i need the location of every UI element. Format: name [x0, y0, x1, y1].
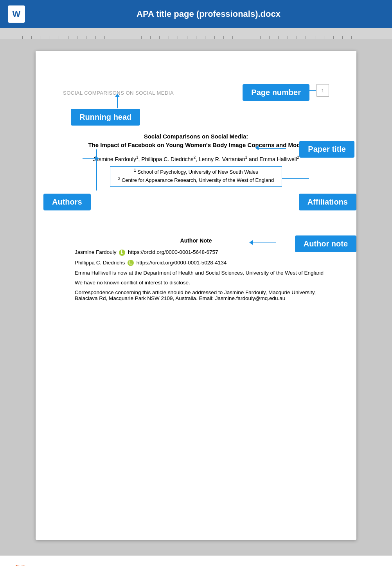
- paper-title-wrapper: Paper title Social Comparisons on Social…: [59, 133, 333, 148]
- page-number-value: 1: [316, 84, 329, 97]
- page-number-connector-line: [294, 90, 316, 91]
- author-note-label-container: Author note: [295, 235, 356, 252]
- author-note-title: Author Note: [59, 237, 333, 244]
- main-area: SOCIAL COMPARISONS ON SOCIAL MEDIA Runni…: [0, 39, 392, 555]
- arrow-running-head-tip: [115, 93, 120, 97]
- author-note-line-5: Correspondence concerning this article s…: [59, 289, 333, 301]
- author-note-line-2: Phillippa C. Diedrichs https://orcid.org…: [59, 260, 333, 266]
- author-note-line-4: We have no known conflict of interest to…: [59, 280, 333, 286]
- affiliations-label-box: Affiliations: [299, 194, 356, 210]
- running-head-label-box: Running head: [71, 109, 140, 126]
- document-page: SOCIAL COMPARISONS ON SOCIAL MEDIA Runni…: [36, 51, 356, 540]
- authors-section: Jasmine Fardouly1, Phillippa C. Diedrich…: [59, 155, 333, 162]
- ruler: [0, 28, 392, 39]
- paper-title-arrow-line: [259, 148, 286, 149]
- authors-arrow-line: [83, 158, 96, 159]
- bottom-bar: Scribbr: [0, 555, 392, 566]
- author-note-arrow-line: [253, 243, 276, 243]
- paper-title-arrow-tip: [255, 146, 259, 150]
- author-note-line-3: Emma Halliwell is now at the Department …: [59, 270, 333, 276]
- affiliations-section: 1 School of Psychology, University of Ne…: [59, 166, 333, 187]
- page-number-box: Page number: [243, 84, 309, 101]
- authors-text: Jasmine Fardouly1, Phillippa C. Diedrich…: [93, 156, 299, 162]
- orcid-icon-2: [128, 260, 134, 266]
- label-row: Authors Affiliations: [59, 190, 333, 226]
- running-head-label: Running head: [71, 109, 140, 126]
- affiliations-label-container: Affiliations: [299, 194, 356, 210]
- document-title: APA title page (professionals).docx: [33, 9, 384, 19]
- authors-vertical-line: [96, 149, 97, 190]
- header-section: SOCIAL COMPARISONS ON SOCIAL MEDIA Runni…: [59, 66, 333, 129]
- scribbr-icon: [12, 563, 29, 566]
- affiliation-1: 1 School of Psychology, University of Ne…: [118, 168, 274, 175]
- author-note-section: Author note Author Note Jasmine Fardouly…: [59, 237, 333, 301]
- page-number-label-box: Page number: [243, 84, 309, 101]
- author-note-label-box: Author note: [295, 235, 356, 252]
- affil-connector-line: [282, 178, 309, 179]
- scribbr-logo: Scribbr: [12, 563, 68, 566]
- orcid-icon-1: [119, 250, 125, 256]
- authors-label-container: Authors: [43, 194, 91, 210]
- author-note-arrow-tip: [249, 240, 253, 245]
- authors-label-box: Authors: [43, 194, 91, 210]
- ruler-ticks: [0, 28, 392, 39]
- paper-title-main: Social Comparisons on Social Media:: [59, 133, 333, 140]
- author-note-line-1: Jasmine Fardouly https://orcid.org/0000-…: [59, 249, 333, 255]
- affiliation-2: 2 Centre for Appearance Research, Univer…: [118, 176, 274, 183]
- paper-title-sub: The Impact of Facebook on Young Women's …: [59, 142, 333, 148]
- title-bar: W APA title page (professionals).docx: [0, 0, 392, 28]
- word-icon: W: [8, 5, 25, 23]
